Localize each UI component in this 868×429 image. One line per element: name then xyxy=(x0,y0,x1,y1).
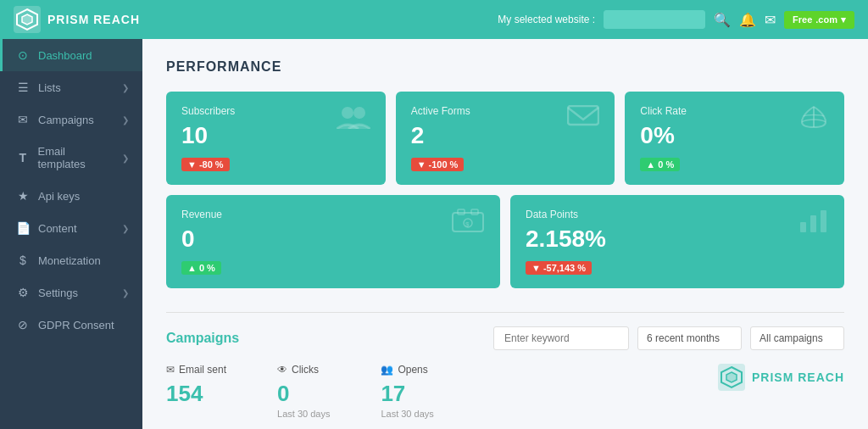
subscribers-icon xyxy=(337,105,370,135)
lists-chevron-icon: ❯ xyxy=(122,83,129,92)
clicks-label: 👁 Clicks xyxy=(277,364,330,376)
click-rate-badge-text: 0 % xyxy=(658,159,674,170)
click-rate-icon xyxy=(798,105,829,135)
active-forms-badge-arrow: ▼ xyxy=(417,159,426,170)
campaigns-stat-opens: 👥 Opens 17 Last 30 days xyxy=(381,364,433,419)
data-points-badge-text: -57,143 % xyxy=(543,263,586,273)
subscribers-badge-text: -80 % xyxy=(199,159,224,170)
search-icon[interactable]: 🔍 xyxy=(714,12,731,28)
campaigns-chevron-icon: ❯ xyxy=(122,115,129,125)
bottom-logo-icon xyxy=(718,364,745,391)
stat-card-click-rate: Click Rate 0% ▲ 0 % xyxy=(625,92,844,185)
campaigns-stat-clicks: 👁 Clicks 0 Last 30 days xyxy=(277,364,330,419)
sidebar-label-settings: Settings xyxy=(38,287,78,299)
performance-cards-top: Subscribers 10 ▼ -80 % Active For xyxy=(166,92,844,185)
svg-rect-13 xyxy=(821,210,826,232)
sidebar-label-gdpr: GDPR Consent xyxy=(38,319,114,332)
subscribers-badge: ▼ -80 % xyxy=(181,158,230,171)
notifications-icon[interactable]: 🔔 xyxy=(739,12,756,28)
sidebar-label-email-templates: Email templates xyxy=(37,145,114,170)
sidebar-item-api-keys[interactable]: ★ Api keys xyxy=(0,180,142,212)
website-label: My selected website : xyxy=(498,14,595,25)
monetization-icon: $ xyxy=(16,254,30,267)
revenue-icon: $ xyxy=(451,209,485,240)
svg-point-4 xyxy=(353,107,365,119)
click-rate-badge: ▲ 0 % xyxy=(640,158,680,171)
bottom-branding-text: PRISM REACH xyxy=(752,370,844,384)
top-navigation: PRISM REACH My selected website : 🔍 🔔 ✉ … xyxy=(0,0,868,39)
email-templates-chevron-icon: ❯ xyxy=(122,153,129,163)
clicks-icon: 👁 xyxy=(277,364,287,376)
opens-label: 👥 Opens xyxy=(381,364,433,376)
prism-reach-logo-icon xyxy=(14,6,41,33)
active-forms-icon xyxy=(567,105,599,136)
app-name: PRISM REACH xyxy=(47,13,140,26)
performance-section-title: PERFORMANCE xyxy=(166,59,844,75)
campaigns-title: Campaigns xyxy=(166,331,485,346)
data-points-badge: ▼ -57,143 % xyxy=(526,261,592,275)
sidebar-label-dashboard: Dashboard xyxy=(38,49,92,62)
gdpr-icon: ⊘ xyxy=(16,318,30,332)
content-chevron-icon: ❯ xyxy=(122,224,129,233)
performance-cards-bottom: Revenue 0 ▲ 0 % $ Dat xyxy=(166,195,844,288)
lists-icon: ☰ xyxy=(16,81,30,94)
main-layout: ⊙ Dashboard ☰ Lists ❯ ✉ Campaigns ❯ T Em… xyxy=(0,39,868,429)
sidebar-item-content[interactable]: 📄 Content ❯ xyxy=(0,212,142,244)
svg-marker-16 xyxy=(726,372,737,382)
sidebar-label-lists: Lists xyxy=(38,81,61,94)
campaigns-type-filter[interactable]: All campaigns Email SMS xyxy=(750,326,844,350)
main-content: PERFORMANCE Subscribers 10 ▼ -80 % xyxy=(142,39,868,429)
mail-icon[interactable]: ✉ xyxy=(765,12,776,28)
api-keys-icon: ★ xyxy=(16,189,30,203)
svg-point-3 xyxy=(342,107,353,119)
subscribers-badge-arrow: ▼ xyxy=(187,159,197,170)
campaigns-stats: ✉ Email sent 154 👁 Clicks 0 Last 30 days… xyxy=(166,364,844,419)
campaigns-stat-email-sent: ✉ Email sent 154 xyxy=(166,364,226,407)
revenue-badge-text: 0 % xyxy=(199,263,215,273)
active-forms-badge-text: -100 % xyxy=(429,159,459,170)
topnav-right-area: My selected website : 🔍 🔔 ✉ Free .com ▾ xyxy=(498,10,854,29)
email-sent-value: 154 xyxy=(166,381,226,407)
sidebar-item-lists[interactable]: ☰ Lists ❯ xyxy=(0,71,142,103)
bottom-branding: PRISM REACH xyxy=(718,364,844,391)
campaigns-period-filter[interactable]: 6 recent months 3 recent months Last yea… xyxy=(637,326,742,350)
opens-icon: 👥 xyxy=(381,364,393,376)
dashboard-icon: ⊙ xyxy=(16,48,30,62)
data-points-badge-arrow: ▼ xyxy=(531,263,541,273)
sidebar-item-monetization[interactable]: $ Monetization xyxy=(0,244,142,276)
sidebar-item-settings[interactable]: ⚙ Settings ❯ xyxy=(0,276,142,309)
com-label: .com xyxy=(815,14,837,25)
website-selector[interactable] xyxy=(604,10,705,29)
stat-card-subscribers: Subscribers 10 ▼ -80 % xyxy=(166,92,386,185)
campaigns-header: Campaigns 6 recent months 3 recent month… xyxy=(166,326,844,350)
clicks-value: 0 xyxy=(277,381,330,407)
dropdown-chevron-icon: ▾ xyxy=(841,14,846,25)
free-label: Free xyxy=(793,14,812,25)
email-sent-icon: ✉ xyxy=(166,364,175,376)
stat-card-revenue: Revenue 0 ▲ 0 % $ xyxy=(166,195,500,288)
free-plan-button[interactable]: Free .com ▾ xyxy=(784,11,854,29)
data-points-value: 2.158% xyxy=(526,227,829,251)
stat-card-active-forms: Active Forms 2 ▼ -100 % xyxy=(396,92,615,185)
revenue-label: Revenue xyxy=(181,209,485,220)
sidebar-label-content: Content xyxy=(38,222,77,235)
data-points-label: Data Points xyxy=(526,209,829,220)
opens-sub: Last 30 days xyxy=(381,409,433,419)
revenue-badge: ▲ 0 % xyxy=(181,261,221,275)
settings-icon: ⚙ xyxy=(16,286,30,299)
stat-card-data-points: Data Points 2.158% ▼ -57,143 % xyxy=(510,195,844,288)
sidebar-item-dashboard[interactable]: ⊙ Dashboard xyxy=(0,39,142,71)
sidebar-label-campaigns: Campaigns xyxy=(38,114,94,126)
sidebar-item-gdpr[interactable]: ⊘ GDPR Consent xyxy=(0,309,142,341)
campaigns-search-input[interactable] xyxy=(493,326,629,350)
content-icon: 📄 xyxy=(16,221,30,235)
svg-rect-12 xyxy=(810,215,816,232)
sidebar-item-email-templates[interactable]: T Email templates ❯ xyxy=(0,136,142,180)
settings-chevron-icon: ❯ xyxy=(122,288,129,298)
logo-area: PRISM REACH xyxy=(14,6,140,33)
svg-rect-11 xyxy=(800,222,806,232)
email-sent-label: ✉ Email sent xyxy=(166,364,226,376)
svg-text:$: $ xyxy=(465,220,470,228)
click-rate-badge-arrow: ▲ xyxy=(646,159,655,170)
sidebar-item-campaigns[interactable]: ✉ Campaigns ❯ xyxy=(0,103,142,136)
